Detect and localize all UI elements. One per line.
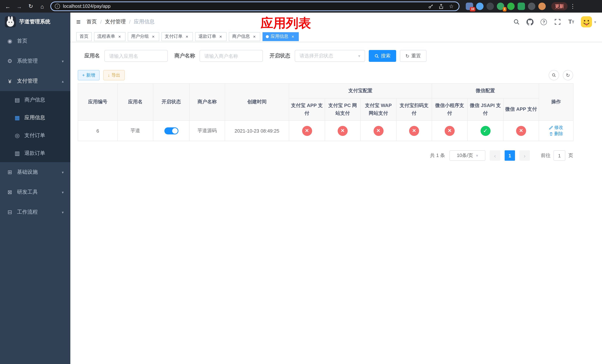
tab-app-info[interactable]: 应用信息 ×	[262, 32, 299, 41]
address-bar[interactable]: i localhost:1024/pay/app ☆	[50, 1, 460, 11]
url-text[interactable]: localhost:1024/pay/app	[63, 4, 424, 9]
sidebar-item-refund-orders[interactable]: ▥ 退款订单	[0, 144, 70, 162]
app-name-input[interactable]	[104, 50, 168, 62]
page-number-button[interactable]: 1	[505, 150, 515, 161]
col-alipay-qr: 支付宝扫码支付	[396, 98, 432, 121]
browser-home-button[interactable]: ⌂	[37, 1, 47, 11]
close-icon[interactable]: ×	[218, 34, 223, 39]
page-unit-label: 页	[568, 152, 573, 159]
status-select[interactable]: 请选择开启状态 ▾	[295, 50, 365, 62]
refresh-table-button[interactable]: ↻	[563, 70, 573, 80]
toggle-search-button[interactable]	[549, 70, 559, 80]
cell-app-id: 6	[78, 121, 118, 141]
browser-extension-icon[interactable]	[528, 3, 535, 10]
col-app-id: 应用编号	[78, 84, 118, 121]
browser-profile-avatar[interactable]	[538, 3, 546, 10]
order-icon: ◎	[14, 132, 20, 139]
toolbox-icon: ⊠	[7, 189, 13, 195]
edit-button[interactable]: 修改	[549, 125, 563, 131]
breadcrumb-payment[interactable]: 支付管理	[105, 19, 126, 25]
search-button[interactable]: 搜索	[369, 50, 396, 62]
close-icon[interactable]: ×	[290, 34, 295, 39]
wechat-jsapi-status-icon	[480, 126, 490, 136]
share-icon[interactable]	[437, 3, 445, 10]
browser-extension-icon[interactable]	[486, 3, 494, 10]
browser-extension-icon[interactable]	[517, 3, 525, 10]
cell-status	[153, 121, 189, 141]
browser-update-button[interactable]: 更新	[551, 2, 568, 10]
browser-back-button[interactable]: ←	[3, 1, 13, 11]
sidebar-item-infrastructure[interactable]: ⊞ 基础设施 ▾	[0, 162, 70, 182]
browser-menu-icon[interactable]: ⋮	[570, 3, 576, 10]
table-row: 6 芋道 芋道源码 2021-10-23 08:49:25	[78, 121, 573, 141]
search-icon[interactable]	[512, 18, 521, 26]
dashboard-icon: ◉	[7, 38, 13, 44]
page-content: 应用名 商户名称 开启状态 请选择开启状态 ▾ 搜索 ↻ 重	[70, 42, 602, 364]
browser-toolbar: ← → ↻ ⌂ i localhost:1024/pay/app ☆ 10 1 …	[0, 0, 602, 13]
github-icon[interactable]	[526, 18, 534, 26]
export-button[interactable]: ↓ 导出	[103, 70, 125, 80]
tab-user-group[interactable]: 用户分组 ×	[128, 32, 159, 41]
user-avatar	[581, 16, 592, 27]
browser-forward-button[interactable]: →	[14, 1, 24, 11]
sidebar-item-pay-orders[interactable]: ◎ 支付订单	[0, 127, 70, 144]
user-menu[interactable]: ▾	[581, 16, 596, 27]
tab-refund-orders[interactable]: 退款订单 ×	[195, 32, 226, 41]
browser-extension-icon[interactable]	[476, 3, 484, 10]
col-alipay-app: 支付宝 APP 支付	[289, 98, 325, 121]
bookmark-star-icon[interactable]: ☆	[448, 3, 455, 10]
delete-button[interactable]: 删除	[549, 131, 563, 137]
sidebar-item-home[interactable]: ◉ 首页	[0, 31, 70, 51]
browser-extension-icon[interactable]: 10	[466, 3, 473, 10]
browser-reload-button[interactable]: ↻	[26, 1, 35, 11]
goto-page-input[interactable]	[553, 150, 565, 161]
sidebar-item-workflow[interactable]: ⊟ 工作流程 ▾	[0, 202, 70, 222]
help-icon[interactable]: ?	[540, 18, 548, 26]
payment-submenu: ▤ 商户信息 ▦ 应用信息 ◎ 支付订单 ▥ 退款订单	[0, 91, 70, 162]
page-size-select[interactable]: 10条/页 ▾	[450, 150, 485, 161]
close-icon[interactable]: ×	[117, 34, 122, 39]
site-info-icon[interactable]: i	[55, 4, 60, 9]
font-size-icon[interactable]: TT	[567, 18, 575, 26]
col-wechat-mini: 微信小程序支付	[432, 98, 467, 121]
password-key-icon[interactable]	[427, 3, 434, 10]
browser-extension-icon[interactable]: 1	[497, 3, 504, 10]
chevron-down-icon: ▾	[358, 54, 360, 58]
sidebar-logo[interactable]: 芋道管理系统	[0, 13, 70, 31]
sidebar-item-payment[interactable]: ¥ 支付管理 ▴	[0, 71, 70, 91]
infrastructure-icon: ⊞	[7, 169, 13, 175]
app-title: 芋道管理系统	[19, 19, 50, 25]
cell-merchant: 芋道源码	[189, 121, 225, 141]
sidebar-item-system[interactable]: ⚙ 系统管理 ▾	[0, 51, 70, 71]
col-wechat-jsapi: 微信 JSAPI 支付	[467, 98, 503, 121]
col-alipay-pc: 支付宝 PC 网站支付	[325, 98, 360, 121]
tab-pay-orders[interactable]: 支付订单 ×	[161, 32, 193, 41]
add-button[interactable]: + 新增	[78, 70, 100, 80]
col-group-wechat: 微信配置	[432, 84, 539, 98]
fullscreen-icon[interactable]	[553, 18, 562, 26]
tab-process-form[interactable]: 流程表单 ×	[94, 32, 126, 41]
table-toolbar: + 新增 ↓ 导出 ↻	[78, 70, 573, 80]
sidebar-item-merchant-info[interactable]: ▤ 商户信息	[0, 91, 70, 109]
prev-page-button[interactable]: ‹	[490, 150, 500, 161]
chevron-down-icon: ▾	[62, 210, 64, 214]
tab-home[interactable]: 首页	[76, 32, 92, 41]
close-icon[interactable]: ×	[151, 34, 156, 39]
sidebar-toggle-icon[interactable]: ≡	[76, 18, 81, 26]
enable-toggle[interactable]	[164, 127, 178, 134]
tab-merchant-info[interactable]: 商户信息 ×	[229, 32, 260, 41]
reset-button[interactable]: ↻ 重置	[400, 50, 427, 62]
close-icon[interactable]: ×	[252, 34, 257, 39]
top-navbar: ≡ 首页 / 支付管理 / 应用信息 应用列表 ?	[70, 13, 602, 31]
alipay-wap-status-icon	[373, 126, 383, 136]
browser-extension-icon[interactable]	[507, 3, 515, 10]
chevron-down-icon: ▾	[62, 59, 64, 63]
wechat-mini-status-icon	[445, 126, 455, 136]
next-page-button[interactable]: ›	[519, 150, 530, 161]
close-icon[interactable]: ×	[184, 34, 190, 39]
sidebar-item-app-info[interactable]: ▦ 应用信息	[0, 109, 70, 127]
merchant-name-input[interactable]	[200, 50, 263, 62]
browser-window: ← → ↻ ⌂ i localhost:1024/pay/app ☆ 10 1 …	[0, 0, 602, 364]
breadcrumb-home[interactable]: 首页	[86, 19, 97, 25]
sidebar-item-dev-tools[interactable]: ⊠ 研发工具 ▾	[0, 182, 70, 202]
